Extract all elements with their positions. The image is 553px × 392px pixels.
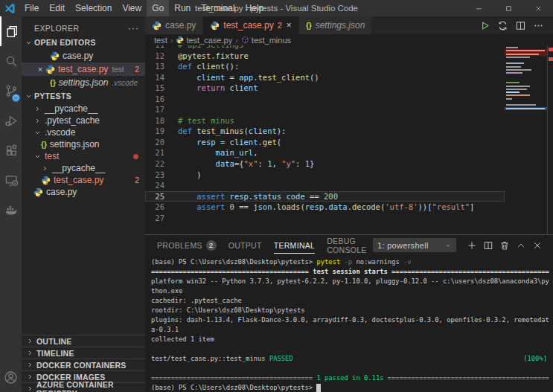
terminal-text: rootdir: C:\Users\dsz08\Desktop\pytests (151, 306, 305, 315)
tree-item-pytest-cache[interactable]: .pytest_cache (22, 115, 145, 126)
open-editor-case-py[interactable]: case.py (22, 49, 145, 62)
panel-trash-icon[interactable] (496, 240, 513, 251)
panel-chevron-up-icon[interactable] (513, 240, 529, 251)
code-line-15[interactable]: 15 return client (145, 83, 505, 94)
line-number[interactable]: 13 (145, 61, 164, 72)
menu-help[interactable]: Help (240, 0, 269, 16)
line-number[interactable]: 15 (145, 83, 164, 94)
minimap-bar (506, 69, 531, 71)
line-number[interactable]: 19 (145, 126, 164, 137)
line-number[interactable]: 20 (145, 137, 164, 148)
tree-item-pycache[interactable]: __pycache__ (22, 103, 145, 115)
breadcrumb-test[interactable]: test (154, 36, 167, 45)
code-line-14[interactable]: 14 client = app.test_client() (145, 72, 505, 83)
line-number[interactable]: 16 (145, 94, 164, 105)
section-docker-containers[interactable]: DOCKER CONTAINERS (22, 359, 145, 370)
section-outline[interactable]: OUTLINE (22, 335, 145, 347)
action-run-icon[interactable] (476, 20, 493, 31)
code-line-23[interactable]: 23 ) (145, 170, 505, 181)
code-line-19[interactable]: 19def test_minus(client): (145, 126, 505, 137)
menu-terminal[interactable]: Terminal (196, 0, 240, 16)
terminal-output[interactable]: (base) PS C:\Users\dsz08\Desktop\pytests… (145, 255, 553, 392)
sidebar-more-actions-icon[interactable]: ··· (128, 23, 139, 33)
code-line-25[interactable]: 25 assert resp.status_code == 200 (145, 191, 505, 202)
open-editor-settings-json[interactable]: {}settings.json.vscode (22, 76, 145, 89)
close-tab-icon[interactable]: × (287, 20, 292, 30)
panel-split-terminal-icon[interactable] (480, 240, 496, 251)
line-number[interactable]: 21 (145, 147, 164, 158)
menu-view[interactable]: View (117, 0, 147, 16)
line-number[interactable]: 23 (145, 170, 164, 181)
activity-extensions-icon[interactable] (0, 135, 22, 165)
terminal-shell-select[interactable]: 1: powershell (373, 238, 456, 252)
menu-file[interactable]: File (19, 0, 44, 16)
action-split-editor-icon[interactable] (511, 20, 529, 31)
action-more-actions-icon[interactable] (529, 20, 547, 31)
activity-files-icon[interactable] (0, 16, 22, 46)
menu-selection[interactable]: Selection (70, 0, 117, 16)
tree-item-settings-json[interactable]: {}settings.json (22, 138, 145, 150)
line-number[interactable]: 12 (145, 51, 164, 62)
section-azure-container-registry[interactable]: AZURE CONTAINER REGISTRY (22, 382, 145, 392)
action-sync-changes-icon[interactable]: +0 (493, 20, 511, 31)
tree-item-test-case-py[interactable]: test_case.py2 (22, 174, 145, 186)
code-line-21[interactable]: 21 main_url, (145, 147, 505, 158)
line-number[interactable]: 18 (145, 115, 164, 126)
code-line-24[interactable]: 24 (145, 180, 505, 191)
line-number[interactable]: 22 (145, 158, 164, 170)
activity-debug-icon[interactable] (0, 106, 22, 135)
code-line-20[interactable]: 20 resp = client.get( (145, 137, 505, 148)
code-token: ( (277, 138, 281, 147)
open-editors-header[interactable]: OPEN EDITORS (22, 36, 145, 49)
tab-settings-json[interactable]: {}settings.json (299, 16, 373, 34)
code-token: } (310, 159, 314, 168)
code-line-27[interactable]: 27 (145, 213, 505, 224)
line-number[interactable]: 25 (145, 191, 164, 202)
activity-account-icon[interactable] (0, 362, 22, 392)
code-line-16[interactable]: 16 (145, 94, 505, 105)
tab-case-py[interactable]: case.py (145, 16, 203, 34)
menu-edit[interactable]: Edit (44, 0, 70, 16)
line-number[interactable]: 27 (145, 213, 164, 224)
tree-item-test[interactable]: test (22, 150, 145, 162)
tree-item-vscode[interactable]: .vscode (22, 126, 145, 138)
tab-test-case-py[interactable]: test_case.py2× (203, 16, 299, 34)
close-editor-icon[interactable]: × (35, 65, 45, 74)
line-number[interactable]: 24 (145, 180, 164, 191)
open-editor-test-case-py[interactable]: ×test_case.pytest2 (22, 62, 145, 76)
panel-tab-problems[interactable]: PROBLEMS2 (151, 235, 223, 255)
activity-remote-explorer-icon[interactable] (0, 165, 22, 195)
code-line-13[interactable]: 13def client(): (145, 61, 505, 72)
code-line-12[interactable]: 12@pytest.fixture (145, 51, 505, 62)
breadcrumb-test-case-py[interactable]: test_case.py (176, 36, 232, 45)
panel-close-icon[interactable] (529, 240, 546, 251)
panel-tab-output[interactable]: OUTPUT (223, 235, 268, 255)
minimap[interactable] (505, 45, 547, 234)
line-number[interactable]: 17 (145, 104, 164, 115)
menu-run[interactable]: Run (169, 0, 196, 16)
code-line-18[interactable]: 18# test minus (145, 115, 505, 126)
maximize-button[interactable] (493, 0, 523, 16)
line-number[interactable]: 26 (145, 202, 164, 213)
code-line-17[interactable]: 17 (145, 104, 505, 115)
panel-tab-terminal[interactable]: TERMINAL (268, 235, 322, 255)
close-window-button[interactable] (523, 0, 553, 16)
explorer-sidebar: EXPLORER ··· OPEN EDITORScase.py×test_ca… (22, 16, 145, 392)
panel-plus-icon[interactable] (464, 240, 480, 251)
panel-tab-debug-console[interactable]: DEBUG CONSOLE (321, 235, 373, 255)
overview-ruler[interactable] (547, 45, 553, 234)
project-section-header[interactable]: PYTESTS (22, 89, 145, 103)
activity-source-control-icon[interactable] (0, 76, 22, 106)
activity-docker-icon[interactable] (0, 195, 22, 225)
line-number[interactable]: 14 (145, 72, 164, 83)
code-line-26[interactable]: 26 assert 0 == json.loads(resp.data.deco… (145, 202, 505, 213)
breadcrumb-test-minus[interactable]: test_minus (241, 36, 291, 45)
section-timeline[interactable]: TIMELINE (22, 347, 145, 359)
tree-item-pycache[interactable]: __pycache__ (22, 162, 145, 174)
tree-item-case-py[interactable]: case.py (22, 186, 145, 198)
activity-search-icon[interactable] (0, 46, 22, 76)
code-editor[interactable]: 11# api settings12@pytest.fixture13def c… (145, 45, 505, 234)
menu-go[interactable]: Go (147, 0, 169, 16)
code-line-22[interactable]: 22 data={"x": 1, "y": 1} (145, 158, 505, 170)
minimize-button[interactable] (464, 0, 493, 16)
